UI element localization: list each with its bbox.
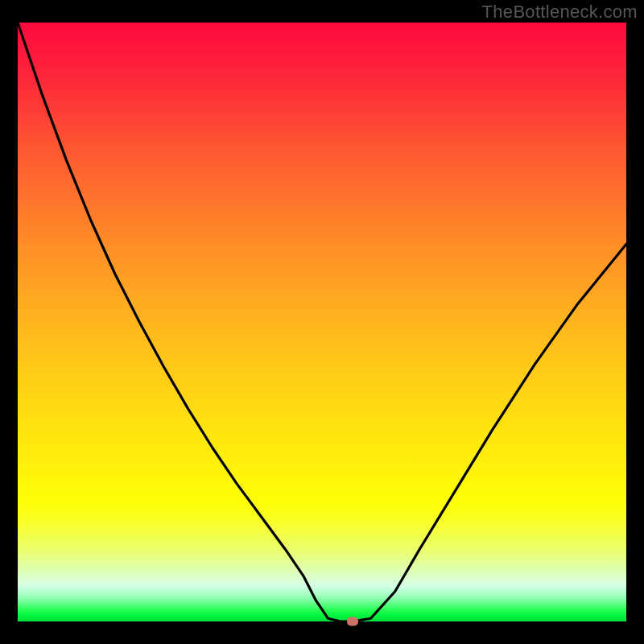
watermark-label: TheBottleneck.com (482, 2, 638, 23)
bottleneck-curve (18, 23, 626, 621)
curve-svg (18, 23, 626, 621)
optimum-marker (347, 617, 358, 626)
plot-area (18, 23, 626, 621)
chart-stage: TheBottleneck.com (0, 0, 644, 644)
